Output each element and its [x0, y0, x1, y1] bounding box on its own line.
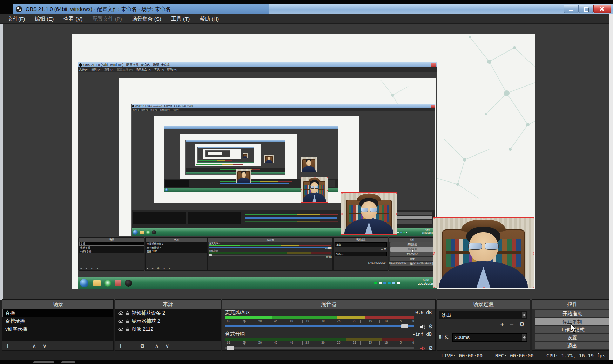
nested-mixer-panel: 混音器 麦克风/Aux 0.0 dB 台式音响 -inf dB: [208, 238, 332, 270]
tray-icon: [392, 282, 395, 284]
nested-menu-item: 帮助 (H): [166, 68, 178, 71]
tray-icon: [383, 282, 386, 284]
meter-segment-red: [382, 338, 414, 341]
preview-canvas[interactable]: OBS 21.1.0 (64bit, windows) - 配置文件: 未命名 …: [72, 34, 535, 289]
visibility-eye-icon[interactable]: [118, 320, 123, 323]
exit-button[interactable]: 退出: [535, 342, 609, 349]
remove-transition-button[interactable]: −: [510, 321, 514, 328]
volume-slider[interactable]: [225, 325, 414, 327]
speaker-icon[interactable]: [420, 324, 426, 329]
nested-close-icon: [431, 63, 436, 67]
browser-icon: [104, 280, 111, 287]
source-item[interactable]: 显示器捕获 2: [115, 317, 221, 325]
scene-item[interactable]: v研客录播: [2, 325, 113, 333]
window-titlebar[interactable]: OBS 21.1.0 (64bit, windows) - 配置文件: 未命名 …: [13, 4, 613, 14]
nested-menu-bar: 文件(F) 编辑 (E) 查看 (V) 场景集合 (S) 工具 (T): [132, 108, 435, 111]
webcam-source-selected[interactable]: [433, 218, 534, 288]
scene-label: v研客录播: [5, 325, 27, 333]
restore-button[interactable]: [579, 5, 593, 13]
menu-help[interactable]: 帮助 (H): [195, 14, 224, 24]
visibility-eye-icon[interactable]: [118, 328, 123, 331]
settings-button[interactable]: 设置: [535, 334, 609, 341]
start-streaming-button[interactable]: 开始推流: [535, 310, 609, 317]
minimize-button[interactable]: [564, 5, 579, 13]
nested-mixer-meter: [245, 221, 338, 222]
remove-source-button[interactable]: −: [129, 343, 134, 349]
move-scene-up-button[interactable]: ∧: [32, 343, 36, 349]
nested-volume-slider: [220, 183, 289, 184]
meter-scale: -60-55-50-45-40-35-30-25-20-15-10-50: [225, 320, 414, 323]
add-scene-button[interactable]: +: [5, 343, 10, 349]
channel-gear-icon[interactable]: ⚙: [429, 345, 433, 351]
person-face: [268, 157, 270, 160]
source-item[interactable]: 图像 2112: [115, 325, 221, 333]
nested-duration-field: 300ms: [335, 252, 387, 256]
channel-db-value: -inf dB: [412, 331, 432, 337]
sources-panel: 来源 视频捕获设备 2 显示器捕获 2 图像 2112: [115, 300, 221, 350]
visibility-eye-icon[interactable]: [118, 311, 123, 315]
scene-item[interactable]: 直播: [2, 309, 113, 317]
menu-scene-collection[interactable]: 场景集合 (S): [127, 14, 166, 24]
menu-edit[interactable]: 编辑 (E): [30, 14, 59, 24]
sources-toolbar: + − ⚙ ∧ ∨: [118, 343, 169, 349]
volume-slider-knob[interactable]: [227, 346, 234, 350]
source-label: 视频捕获设备 2: [132, 309, 165, 317]
browser-icon: [146, 230, 150, 234]
studio-mode-button[interactable]: 工作室模式: [535, 326, 609, 333]
volume-slider[interactable]: [225, 347, 414, 349]
menu-view[interactable]: 查看 (V): [59, 14, 87, 24]
lock-icon[interactable]: [126, 319, 129, 323]
person-face: [306, 160, 311, 166]
speaker-muted-icon[interactable]: [420, 346, 426, 351]
add-source-button[interactable]: +: [118, 343, 123, 349]
nested-mixer-meter: [198, 160, 232, 161]
move-source-up-button[interactable]: ∧: [155, 343, 159, 349]
lens: [315, 186, 318, 188]
nested-canvas-level2: [154, 116, 359, 203]
clock-time: 5:33: [418, 278, 434, 282]
lock-icon[interactable]: [126, 327, 129, 331]
channel-db-value: 0.0 dB: [415, 310, 432, 315]
dock-row: 场景 直播 金榜录播 v研客录播 + − ∧ ∨ 来源 视频捕获设备 2: [0, 300, 613, 360]
remove-scene-button[interactable]: −: [16, 343, 21, 349]
meter-segment-yellow: [337, 316, 365, 319]
nested-source-list: [188, 212, 241, 224]
move-scene-down-button[interactable]: ∨: [43, 343, 47, 349]
add-transition-button[interactable]: +: [500, 321, 504, 328]
duration-spinner-icon[interactable]: [522, 334, 526, 341]
panel-title: 来源: [146, 238, 207, 242]
lock-icon[interactable]: [126, 311, 129, 315]
nested-webcam-overlay: [243, 153, 248, 158]
nested-source-item: 图像 2112: [146, 249, 207, 253]
duration-field[interactable]: 300ms: [452, 333, 527, 342]
close-button[interactable]: [593, 5, 611, 13]
nested-menu-item: 文件(F): [132, 109, 140, 111]
nested-mixer-meter: [245, 214, 338, 215]
live-time-status: LIVE: 00:00:00: [441, 353, 483, 358]
tray-icon: [403, 232, 405, 233]
select-spinner-icon[interactable]: [522, 312, 526, 318]
volume-slider-knob[interactable]: [401, 324, 408, 328]
channel-gear-icon[interactable]: ⚙: [429, 323, 433, 330]
nested-screen-capture-level6: [206, 151, 230, 157]
nested-window-title: OBS 21.1.0 (64bit, windows) - 配置文件: 未命名 …: [135, 105, 193, 108]
scene-item[interactable]: 金榜录播: [2, 317, 113, 325]
channel-icons: ⚙: [420, 323, 433, 330]
meter-segment-red: [365, 316, 414, 319]
nested-titlebar: [186, 140, 285, 142]
nested-channel-name: 麦克风/Aux: [209, 242, 331, 245]
nested-scene-list: [165, 180, 189, 187]
menu-file[interactable]: 文件(F): [3, 14, 30, 24]
menu-tools[interactable]: 工具 (T): [166, 14, 195, 24]
transition-select[interactable]: 淡出: [439, 311, 527, 319]
nested-live-status: LIVE: 00:00:00: [368, 261, 386, 265]
nested-channel-name: 台式音响: [209, 249, 331, 252]
source-properties-gear-icon[interactable]: ⚙: [140, 343, 145, 349]
transition-properties-gear-icon[interactable]: ⚙: [519, 321, 525, 328]
nested-button: 设置: [390, 257, 434, 261]
stop-recording-button[interactable]: 停止录制: [535, 318, 609, 325]
move-source-down-button[interactable]: ∨: [165, 343, 169, 349]
source-item[interactable]: 视频捕获设备 2: [115, 309, 221, 317]
scenes-panel-title: 场景: [2, 300, 113, 309]
tray-icon: [406, 232, 407, 233]
